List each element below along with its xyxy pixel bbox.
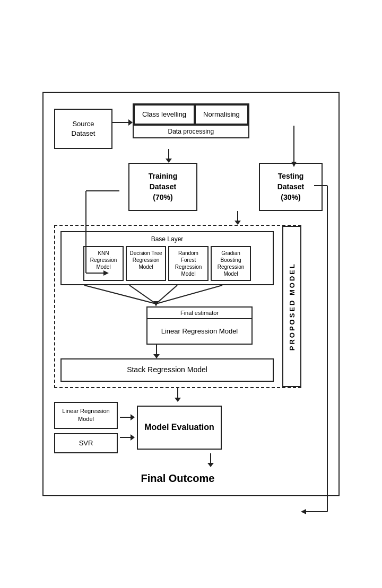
testing-dataset-box: Testing Dataset(30%): [259, 163, 323, 211]
eval-section: Linear Regression Model SVR Model Evalua…: [54, 402, 328, 453]
svg-line-1: [129, 285, 156, 304]
base-layer-group: Base Layer KNN Regression Model Decision…: [60, 231, 274, 285]
random-forest-model-box: Random Forest Regression Model: [168, 246, 209, 281]
linear-regression-inner-box: Linear Regression Model: [147, 319, 251, 344]
diagram-container: Source Dataset Class levelling Normalisi…: [42, 92, 340, 496]
class-levelling-box: Class levelling: [134, 104, 195, 125]
final-estimator-group: Final estimator Linear Regression Model: [146, 306, 253, 345]
knn-model-box: KNN Regression Model: [83, 246, 124, 281]
svg-line-0: [84, 285, 156, 304]
gradient-boosting-model-box: Gradian Boosting Regression Model: [211, 246, 251, 281]
final-outcome: Final Outcome: [54, 472, 301, 485]
stack-regression-box: Stack Regression Model: [60, 358, 274, 382]
base-layer-label: Base Layer: [65, 235, 270, 243]
svr-box: SVR: [54, 433, 118, 453]
normalising-box: Normalising: [195, 104, 248, 125]
data-processing-group: Class levelling Normalising Data process…: [133, 103, 249, 138]
proposed-section: PROPOSED MODEL Base Layer KNN Regression…: [54, 225, 301, 388]
model-evaluation-box: Model Evaluation: [137, 406, 222, 449]
svg-marker-14: [301, 509, 306, 514]
small-models-col: Linear Regression Model SVR: [54, 402, 118, 453]
multi-arrows-svg: [60, 285, 274, 306]
training-dataset-box: Training Dataset(70%): [128, 163, 197, 211]
final-estimator-label: Final estimator: [147, 308, 251, 319]
source-dataset-box: Source Dataset: [54, 109, 112, 149]
data-processing-label: Data processing: [134, 125, 248, 137]
decision-tree-model-box: Decision Tree Regression Model: [126, 246, 166, 281]
linear-regression-small-box: Linear Regression Model: [54, 402, 118, 429]
proposed-model-label: PROPOSED MODEL: [282, 226, 301, 387]
